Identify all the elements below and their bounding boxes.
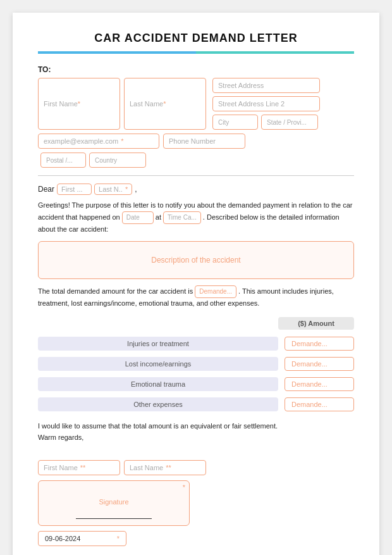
table-row: Lost income/earnings Demande... [38, 354, 354, 374]
name-row: First Name Last Name Street Address Stre… [38, 78, 354, 130]
email-field[interactable]: example@example.com * [38, 134, 159, 149]
signature-placeholder: Signature [99, 497, 128, 505]
date-field[interactable]: Date [122, 211, 154, 224]
dear-last-field[interactable]: Last N.. * [94, 184, 132, 195]
dear-line: Dear First ... Last N.. * , [38, 184, 354, 195]
phone-field[interactable]: Phone Number [163, 134, 245, 149]
row-label-other: Other expenses [38, 397, 278, 411]
amount-table: ($) Amount Injuries or treatment Demande… [38, 317, 354, 415]
header-bar-teal [196, 51, 354, 54]
page-title: CAR ACCIDENT DEMAND LETTER [38, 32, 354, 45]
header-bar [38, 51, 354, 54]
divider-1 [38, 175, 354, 176]
dear-first-field[interactable]: First ... [57, 184, 92, 195]
row-field-lost-income[interactable]: Demande... [285, 357, 354, 371]
signature-line [76, 518, 152, 519]
description-placeholder: Description of the accident [151, 256, 240, 265]
signature-required: * [183, 483, 185, 491]
table-row: Emotional trauma Demande... [38, 374, 354, 394]
state-field[interactable]: State / Provi... [261, 115, 318, 130]
sig-last-name[interactable]: Last Name * [124, 460, 206, 475]
row-field-injuries[interactable]: Demande... [285, 337, 354, 351]
row-label-lost-income: Lost income/earnings [38, 357, 278, 371]
demand-total-field[interactable]: Demande... [195, 285, 236, 298]
table-row: Other expenses Demande... [38, 394, 354, 415]
first-name-field[interactable]: First Name [38, 78, 120, 130]
row-field-emotional[interactable]: Demande... [285, 377, 354, 391]
body-text-2: The total demanded amount for the car ac… [38, 285, 354, 309]
header-bar-blue [38, 51, 196, 54]
postal-field[interactable]: Postal /... [40, 153, 86, 168]
row-label-emotional: Emotional trauma [38, 377, 278, 391]
description-box[interactable]: Description of the accident [38, 241, 354, 279]
row-field-other[interactable]: Demande... [285, 397, 354, 411]
signature-section: First Name * Last Name * Signature * 09-… [38, 460, 354, 546]
body-text-1: Greetings! The purpose of this letter is… [38, 200, 354, 235]
warm-regards: Warm regards, [38, 433, 354, 441]
page: CAR ACCIDENT DEMAND LETTER TO: First Nam… [13, 13, 379, 555]
table-row: Injuries or treatment Demande... [38, 334, 354, 354]
sig-name-row: First Name * Last Name * [38, 460, 354, 475]
dear-text: Dear [38, 185, 54, 194]
city-field[interactable]: City [212, 115, 258, 130]
street2-field[interactable]: Street Address Line 2 [212, 96, 320, 111]
amount-header: ($) Amount [278, 317, 354, 330]
street-field[interactable]: Street Address [212, 78, 320, 93]
last-name-field[interactable]: Last Name [124, 78, 206, 130]
contact-row: example@example.com * Phone Number Posta… [38, 134, 354, 168]
country-field[interactable]: Country [89, 153, 146, 168]
date-value-field[interactable]: 09-06-2024 * [38, 531, 126, 546]
time-field[interactable]: Time Ca... [163, 211, 201, 224]
sig-first-name[interactable]: First Name * [38, 460, 120, 475]
signature-box[interactable]: Signature * [38, 480, 190, 526]
amount-header-row: ($) Amount [38, 317, 354, 330]
row-label-injuries: Injuries or treatment [38, 337, 278, 351]
settlement-text: I would like to assume that the total am… [38, 422, 354, 430]
to-label: TO: [38, 65, 354, 74]
